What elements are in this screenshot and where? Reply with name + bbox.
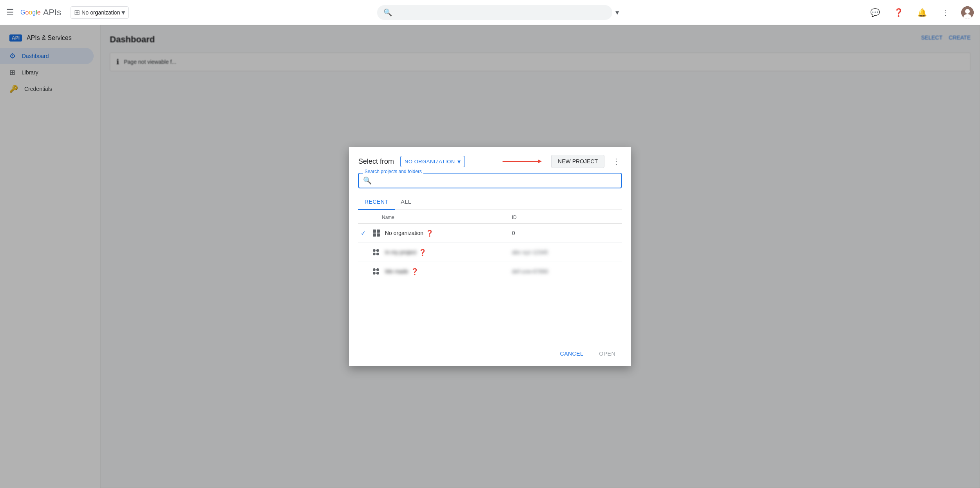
search-field-label: Search projects and folders [363,169,423,174]
row-icon-dots [371,266,382,277]
search-field-icon: 🔍 [363,176,372,185]
google-logo-text: Google [20,9,41,16]
org-chip-chevron-icon: ▾ [457,158,461,165]
row-icon-grid [371,228,382,239]
search-field-container: Search projects and folders 🔍 [358,173,622,188]
apis-text: APIs [43,7,61,18]
help-icon[interactable]: ❓ [891,5,906,20]
topbar-center-right: ▾ [615,8,619,17]
table-header: Name ID [358,210,622,224]
row-name: We made ❓ [385,268,512,275]
row-id-value: abc-xyz-12345 [512,249,622,255]
dialog-overlay: Select from NO ORGANIZATION ▾ NEW PROJEC… [0,25,980,488]
org-chip[interactable]: NO ORGANIZATION ▾ [400,156,465,167]
svg-point-1 [965,9,970,14]
help-circle-icon[interactable]: ❓ [419,249,426,256]
google-apis-logo: Google APIs [20,7,61,18]
row-check-icon: ✓ [358,230,368,237]
row-name: No organization ❓ [385,230,512,237]
cancel-button[interactable]: CANCEL [554,347,590,360]
select-project-dialog: Select from NO ORGANIZATION ▾ NEW PROJEC… [349,147,631,366]
org-selector[interactable]: ⊞ No organization ▾ [71,6,129,19]
row-name: In my project ❓ [385,249,512,256]
open-button[interactable]: OPEN [593,347,622,360]
org-chevron-icon: ▾ [122,8,125,17]
support-icon[interactable]: 💬 [867,5,883,20]
row-id-value: def-uvw-67890 [512,268,622,275]
search-icon: 🔍 [383,8,392,17]
help-circle-icon[interactable]: ❓ [411,268,419,275]
org-grid-icon: ⊞ [74,8,80,17]
avatar[interactable] [961,6,974,19]
table-row[interactable]: In my project ❓ abc-xyz-12345 [358,243,622,262]
topbar-center: 🔍 ▾ [129,5,867,20]
project-search-input[interactable] [358,173,622,188]
arrow-indicator [471,157,542,165]
tab-all[interactable]: ALL [395,195,417,210]
topbar: ☰ Google APIs ⊞ No organization ▾ 🔍 ▾ 💬 … [0,0,980,25]
hamburger-icon[interactable]: ☰ [6,7,14,18]
col-name-header: Name [358,215,512,220]
help-circle-icon[interactable]: ❓ [426,230,434,237]
row-name-text: In my project [385,249,416,255]
table-row[interactable]: ✓ No organization ❓ 0 [358,224,622,243]
row-name-text: We made [385,268,408,275]
topbar-right: 💬 ❓ 🔔 ⋮ [867,5,974,20]
more-options-icon[interactable]: ⋮ [938,5,953,20]
dialog-footer: CANCEL OPEN [349,341,631,366]
more-vert-icon[interactable]: ⋮ [611,155,622,168]
arrow-svg [503,157,542,165]
topbar-left: ☰ Google APIs ⊞ No organization ▾ [6,6,129,19]
row-id-value: 0 [512,230,622,236]
org-chip-label: NO ORGANIZATION [405,159,455,164]
new-project-button[interactable]: NEW PROJECT [551,155,604,168]
table-row[interactable]: We made ❓ def-uvw-67890 [358,262,622,281]
global-search-bar[interactable]: 🔍 [377,5,612,20]
notifications-icon[interactable]: 🔔 [914,5,930,20]
dialog-tabs: RECENT ALL [358,195,622,210]
search-dropdown-icon[interactable]: ▾ [615,8,619,17]
col-id-header: ID [512,215,622,220]
row-icon-dots [371,247,382,258]
tab-recent[interactable]: RECENT [358,195,395,210]
projects-table: Name ID ✓ No organization ❓ [358,210,622,341]
org-name-label: No organization [82,9,120,16]
dialog-title: Select from [358,157,394,166]
row-name-text: No organization [385,230,423,236]
svg-marker-4 [538,159,542,163]
